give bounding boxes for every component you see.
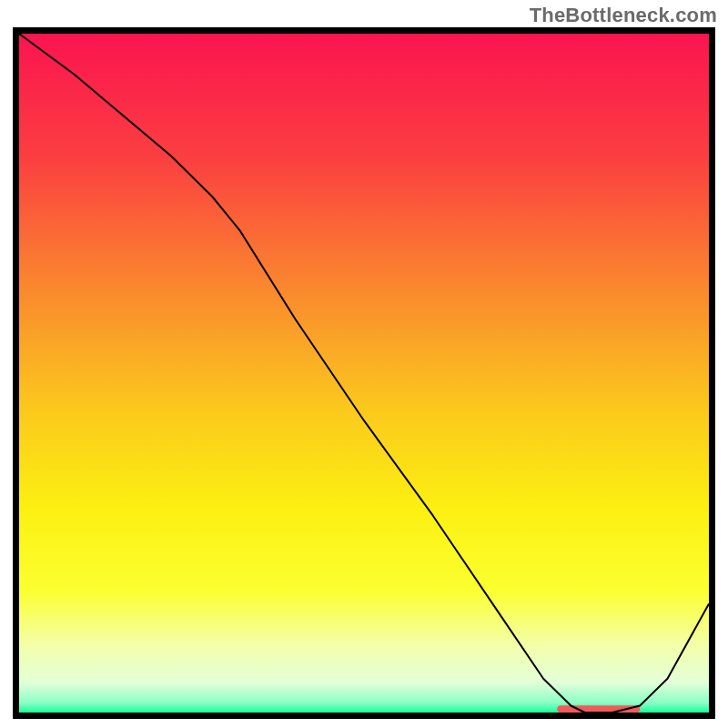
watermark-label: TheBottleneck.com (530, 4, 717, 27)
chart-svg (13, 27, 715, 719)
gradient-background (19, 34, 709, 713)
chart-container: TheBottleneck.com (0, 0, 728, 728)
plot-area (13, 27, 715, 719)
